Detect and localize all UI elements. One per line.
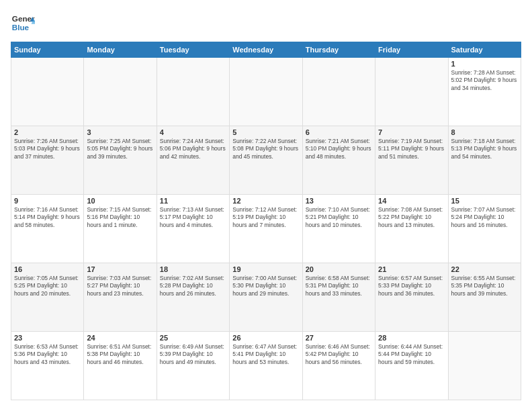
day-number: 9	[14, 197, 81, 205]
day-info: Sunrise: 7:21 AM Sunset: 5:10 PM Dayligh…	[306, 138, 372, 161]
day-info: Sunrise: 6:44 AM Sunset: 5:44 PM Dayligh…	[378, 343, 445, 366]
day-number: 10	[87, 197, 153, 205]
calendar-cell: 2Sunrise: 7:26 AM Sunset: 5:03 PM Daylig…	[11, 126, 84, 195]
calendar-cell: 19Sunrise: 7:00 AM Sunset: 5:30 PM Dayli…	[230, 263, 302, 332]
day-info: Sunrise: 7:00 AM Sunset: 5:30 PM Dayligh…	[232, 275, 299, 298]
col-header-sunday: Sunday	[11, 42, 84, 58]
day-number: 1	[451, 60, 518, 68]
day-info: Sunrise: 6:47 AM Sunset: 5:41 PM Dayligh…	[232, 343, 299, 366]
day-info: Sunrise: 7:24 AM Sunset: 5:06 PM Dayligh…	[160, 138, 226, 161]
calendar-cell: 22Sunrise: 6:55 AM Sunset: 5:35 PM Dayli…	[448, 263, 521, 332]
calendar-cell: 13Sunrise: 7:10 AM Sunset: 5:21 PM Dayli…	[302, 195, 375, 263]
calendar-cell: 23Sunrise: 6:53 AM Sunset: 5:36 PM Dayli…	[11, 332, 84, 400]
svg-text:General: General	[12, 14, 35, 23]
day-number: 11	[160, 197, 226, 205]
day-info: Sunrise: 7:10 AM Sunset: 5:21 PM Dayligh…	[306, 206, 372, 229]
day-number: 7	[378, 128, 445, 136]
calendar-week-row: 2Sunrise: 7:26 AM Sunset: 5:03 PM Daylig…	[11, 126, 521, 195]
day-info: Sunrise: 6:51 AM Sunset: 5:38 PM Dayligh…	[87, 343, 153, 366]
calendar-cell: 16Sunrise: 7:05 AM Sunset: 5:25 PM Dayli…	[11, 263, 84, 332]
day-number: 3	[87, 128, 153, 136]
day-number: 27	[306, 334, 372, 342]
day-info: Sunrise: 6:55 AM Sunset: 5:35 PM Dayligh…	[451, 275, 518, 298]
calendar-cell: 7Sunrise: 7:19 AM Sunset: 5:11 PM Daylig…	[375, 126, 448, 195]
svg-text:Blue: Blue	[12, 23, 30, 32]
calendar-cell: 17Sunrise: 7:03 AM Sunset: 5:27 PM Dayli…	[84, 263, 157, 332]
day-info: Sunrise: 7:13 AM Sunset: 5:17 PM Dayligh…	[160, 206, 226, 229]
day-info: Sunrise: 7:18 AM Sunset: 5:13 PM Dayligh…	[451, 138, 518, 161]
day-number: 21	[378, 265, 445, 273]
calendar-cell: 1Sunrise: 7:28 AM Sunset: 5:02 PM Daylig…	[448, 58, 521, 126]
col-header-saturday: Saturday	[448, 42, 521, 58]
calendar-week-row: 9Sunrise: 7:16 AM Sunset: 5:14 PM Daylig…	[11, 195, 521, 263]
day-info: Sunrise: 6:46 AM Sunset: 5:42 PM Dayligh…	[306, 343, 372, 366]
calendar-week-row: 23Sunrise: 6:53 AM Sunset: 5:36 PM Dayli…	[11, 332, 521, 400]
calendar-cell: 18Sunrise: 7:02 AM Sunset: 5:28 PM Dayli…	[157, 263, 229, 332]
calendar-cell: 14Sunrise: 7:08 AM Sunset: 5:22 PM Dayli…	[375, 195, 448, 263]
page: General Blue SundayMondayTuesdayWednesda…	[0, 0, 532, 411]
calendar-cell: 6Sunrise: 7:21 AM Sunset: 5:10 PM Daylig…	[302, 126, 375, 195]
calendar-week-row: 16Sunrise: 7:05 AM Sunset: 5:25 PM Dayli…	[11, 263, 521, 332]
day-number: 4	[160, 128, 226, 136]
calendar-cell	[84, 58, 157, 126]
day-number: 20	[306, 265, 372, 273]
day-info: Sunrise: 7:19 AM Sunset: 5:11 PM Dayligh…	[378, 138, 445, 161]
day-number: 17	[87, 265, 153, 273]
col-header-tuesday: Tuesday	[157, 42, 229, 58]
day-number: 25	[160, 334, 226, 342]
logo: General Blue	[11, 11, 35, 35]
calendar-cell	[375, 58, 448, 126]
day-info: Sunrise: 7:25 AM Sunset: 5:05 PM Dayligh…	[87, 138, 153, 161]
calendar-cell: 9Sunrise: 7:16 AM Sunset: 5:14 PM Daylig…	[11, 195, 84, 263]
day-info: Sunrise: 7:15 AM Sunset: 5:16 PM Dayligh…	[87, 206, 153, 229]
day-info: Sunrise: 7:22 AM Sunset: 5:08 PM Dayligh…	[232, 138, 299, 161]
calendar-cell: 4Sunrise: 7:24 AM Sunset: 5:06 PM Daylig…	[157, 126, 229, 195]
col-header-friday: Friday	[375, 42, 448, 58]
calendar-cell	[230, 58, 302, 126]
calendar-cell: 11Sunrise: 7:13 AM Sunset: 5:17 PM Dayli…	[157, 195, 229, 263]
calendar-cell: 5Sunrise: 7:22 AM Sunset: 5:08 PM Daylig…	[230, 126, 302, 195]
calendar-cell: 12Sunrise: 7:12 AM Sunset: 5:19 PM Dayli…	[230, 195, 302, 263]
day-info: Sunrise: 7:28 AM Sunset: 5:02 PM Dayligh…	[451, 69, 518, 92]
day-info: Sunrise: 7:02 AM Sunset: 5:28 PM Dayligh…	[160, 275, 226, 298]
day-number: 22	[451, 265, 518, 273]
day-number: 2	[14, 128, 81, 136]
day-info: Sunrise: 7:03 AM Sunset: 5:27 PM Dayligh…	[87, 275, 153, 298]
day-number: 24	[87, 334, 153, 342]
day-number: 14	[378, 197, 445, 205]
calendar-cell: 8Sunrise: 7:18 AM Sunset: 5:13 PM Daylig…	[448, 126, 521, 195]
day-info: Sunrise: 7:07 AM Sunset: 5:24 PM Dayligh…	[451, 206, 518, 229]
col-header-monday: Monday	[84, 42, 157, 58]
day-info: Sunrise: 7:26 AM Sunset: 5:03 PM Dayligh…	[14, 138, 81, 161]
calendar-cell: 3Sunrise: 7:25 AM Sunset: 5:05 PM Daylig…	[84, 126, 157, 195]
day-info: Sunrise: 7:05 AM Sunset: 5:25 PM Dayligh…	[14, 275, 81, 298]
day-info: Sunrise: 7:16 AM Sunset: 5:14 PM Dayligh…	[14, 206, 81, 229]
calendar-week-row: 1Sunrise: 7:28 AM Sunset: 5:02 PM Daylig…	[11, 58, 521, 126]
day-info: Sunrise: 6:57 AM Sunset: 5:33 PM Dayligh…	[378, 275, 445, 298]
col-header-wednesday: Wednesday	[230, 42, 302, 58]
calendar-cell: 20Sunrise: 6:58 AM Sunset: 5:31 PM Dayli…	[302, 263, 375, 332]
calendar-cell: 25Sunrise: 6:49 AM Sunset: 5:39 PM Dayli…	[157, 332, 229, 400]
calendar-cell: 15Sunrise: 7:07 AM Sunset: 5:24 PM Dayli…	[448, 195, 521, 263]
day-number: 19	[232, 265, 299, 273]
day-info: Sunrise: 7:08 AM Sunset: 5:22 PM Dayligh…	[378, 206, 445, 229]
day-number: 26	[232, 334, 299, 342]
calendar-cell: 21Sunrise: 6:57 AM Sunset: 5:33 PM Dayli…	[375, 263, 448, 332]
calendar-cell	[302, 58, 375, 126]
day-number: 28	[378, 334, 445, 342]
day-info: Sunrise: 7:12 AM Sunset: 5:19 PM Dayligh…	[232, 206, 299, 229]
day-number: 5	[232, 128, 299, 136]
day-number: 13	[306, 197, 372, 205]
day-info: Sunrise: 6:53 AM Sunset: 5:36 PM Dayligh…	[14, 343, 81, 366]
calendar-table: SundayMondayTuesdayWednesdayThursdayFrid…	[11, 42, 521, 400]
day-number: 15	[451, 197, 518, 205]
calendar-cell: 28Sunrise: 6:44 AM Sunset: 5:44 PM Dayli…	[375, 332, 448, 400]
day-number: 18	[160, 265, 226, 273]
header: General Blue	[11, 11, 521, 35]
calendar-cell: 27Sunrise: 6:46 AM Sunset: 5:42 PM Dayli…	[302, 332, 375, 400]
calendar-cell: 10Sunrise: 7:15 AM Sunset: 5:16 PM Dayli…	[84, 195, 157, 263]
day-info: Sunrise: 6:58 AM Sunset: 5:31 PM Dayligh…	[306, 275, 372, 298]
day-number: 8	[451, 128, 518, 136]
day-number: 6	[306, 128, 372, 136]
col-header-thursday: Thursday	[302, 42, 375, 58]
